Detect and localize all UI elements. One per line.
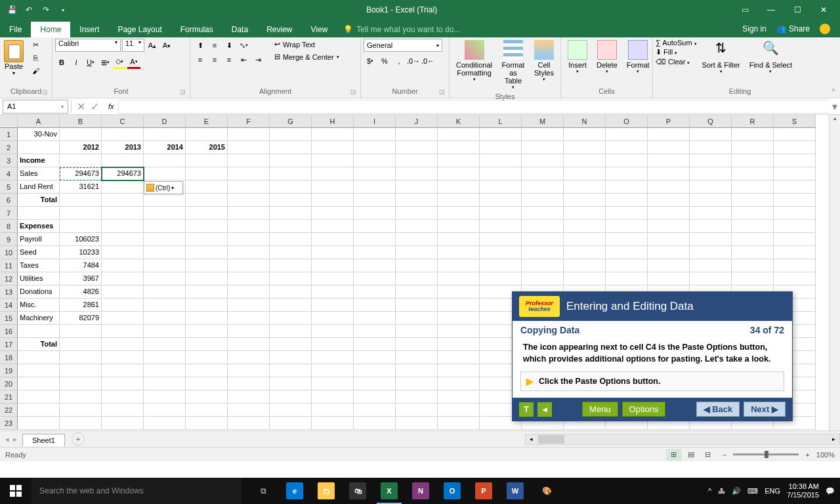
cell-I8[interactable]: [354, 220, 396, 233]
column-header[interactable]: N: [564, 115, 606, 128]
cell-R3[interactable]: [732, 154, 774, 167]
cell-Q10[interactable]: [690, 246, 732, 259]
cell-O6[interactable]: [606, 194, 648, 207]
cell-S7[interactable]: [774, 207, 816, 220]
cell-D11[interactable]: [144, 259, 186, 272]
cell-F14[interactable]: [228, 299, 270, 312]
cell-G1[interactable]: [270, 128, 312, 141]
cell-H6[interactable]: [312, 194, 354, 207]
row-header[interactable]: 15: [0, 312, 18, 325]
dialog-launcher-icon[interactable]: ◲: [180, 89, 186, 95]
cell-F12[interactable]: [228, 272, 270, 285]
row-header[interactable]: 6: [0, 194, 18, 207]
cell-F15[interactable]: [228, 312, 270, 325]
cell-E15[interactable]: [186, 312, 228, 325]
autosum-button[interactable]: ∑ AutoSum ▾: [656, 39, 697, 47]
cell-O10[interactable]: [606, 246, 648, 259]
cell-C18[interactable]: [102, 351, 144, 364]
tutorial-menu-button[interactable]: Menu: [582, 402, 618, 417]
comma-format-button[interactable]: ,: [392, 54, 406, 68]
expand-formula-bar-button[interactable]: ▾: [829, 100, 840, 113]
bold-button[interactable]: B: [55, 56, 68, 69]
cell-G8[interactable]: [270, 220, 312, 233]
cell-B8[interactable]: [60, 220, 102, 233]
cell-I14[interactable]: [354, 299, 396, 312]
cell-O9[interactable]: [606, 233, 648, 246]
cell-I21[interactable]: [354, 390, 396, 404]
cell-H2[interactable]: [312, 141, 354, 154]
cell-F16[interactable]: [228, 325, 270, 338]
cell-L6[interactable]: [480, 194, 522, 207]
cell-I10[interactable]: [354, 246, 396, 259]
cell-G11[interactable]: [270, 259, 312, 272]
column-header[interactable]: D: [144, 115, 186, 128]
row-header[interactable]: 5: [0, 180, 18, 194]
cell-I18[interactable]: [354, 351, 396, 364]
taskbar-search[interactable]: Search the web and Windows: [32, 478, 242, 504]
cell-A16[interactable]: [18, 325, 60, 338]
row-header[interactable]: 1: [0, 128, 18, 141]
cell-O1[interactable]: [606, 128, 648, 141]
cell-F11[interactable]: [228, 259, 270, 272]
align-middle-button[interactable]: ≡: [207, 39, 222, 52]
zoom-level[interactable]: 100%: [816, 451, 835, 459]
cell-L11[interactable]: [480, 259, 522, 272]
delete-cells-button[interactable]: Delete▾: [593, 39, 621, 75]
cell-J2[interactable]: [396, 141, 438, 154]
close-icon[interactable]: ✕: [817, 5, 830, 14]
cell-K5[interactable]: [438, 180, 480, 194]
store-button[interactable]: 🛍: [343, 478, 373, 504]
cell-P3[interactable]: [648, 154, 690, 167]
cell-O5[interactable]: [606, 180, 648, 194]
cell-L2[interactable]: [480, 141, 522, 154]
cell-C16[interactable]: [102, 325, 144, 338]
cell-N6[interactable]: [564, 194, 606, 207]
cell-A11[interactable]: Taxes: [18, 259, 60, 272]
cell-K10[interactable]: [438, 246, 480, 259]
row-header[interactable]: 20: [0, 377, 18, 390]
cell-C8[interactable]: [102, 220, 144, 233]
cell-F3[interactable]: [228, 154, 270, 167]
row-header[interactable]: 7: [0, 207, 18, 220]
cell-I6[interactable]: [354, 194, 396, 207]
cell-N4[interactable]: [564, 167, 606, 180]
cell-K9[interactable]: [438, 233, 480, 246]
tab-insert[interactable]: Insert: [70, 22, 108, 37]
language-indicator[interactable]: ENG: [765, 487, 780, 495]
cell-E7[interactable]: [186, 207, 228, 220]
cell-S9[interactable]: [774, 233, 816, 246]
tutorial-t-button[interactable]: T: [519, 402, 534, 417]
cell-J22[interactable]: [396, 404, 438, 417]
cell-O12[interactable]: [606, 272, 648, 285]
cell-G21[interactable]: [270, 390, 312, 404]
cell-K1[interactable]: [438, 128, 480, 141]
cell-H11[interactable]: [312, 259, 354, 272]
cell-H1[interactable]: [312, 128, 354, 141]
cell-Q7[interactable]: [690, 207, 732, 220]
cell-E12[interactable]: [186, 272, 228, 285]
cell-B1[interactable]: [60, 128, 102, 141]
cell-A20[interactable]: [18, 377, 60, 390]
cell-H12[interactable]: [312, 272, 354, 285]
cell-D4[interactable]: [144, 167, 186, 180]
cell-P10[interactable]: [648, 246, 690, 259]
cell-L10[interactable]: [480, 246, 522, 259]
tell-me-search[interactable]: 💡 Tell me what you want to do...: [343, 25, 460, 37]
cell-G17[interactable]: [270, 338, 312, 351]
cell-J21[interactable]: [396, 390, 438, 404]
cell-I16[interactable]: [354, 325, 396, 338]
enter-formula-icon[interactable]: ✓: [91, 100, 99, 113]
sign-in-link[interactable]: Sign in: [742, 24, 766, 33]
cell-G23[interactable]: [270, 417, 312, 430]
cell-I1[interactable]: [354, 128, 396, 141]
cell-K11[interactable]: [438, 259, 480, 272]
cell-C14[interactable]: [102, 299, 144, 312]
cell-B9[interactable]: 106023: [60, 233, 102, 246]
sort-filter-button[interactable]: ⇅Sort & Filter▾: [698, 39, 744, 75]
column-header[interactable]: B: [60, 115, 102, 128]
cell-K7[interactable]: [438, 207, 480, 220]
format-as-table-button[interactable]: Format as Table▾: [497, 39, 529, 91]
tab-view[interactable]: View: [302, 22, 337, 37]
cell-H22[interactable]: [312, 404, 354, 417]
cell-H20[interactable]: [312, 377, 354, 390]
